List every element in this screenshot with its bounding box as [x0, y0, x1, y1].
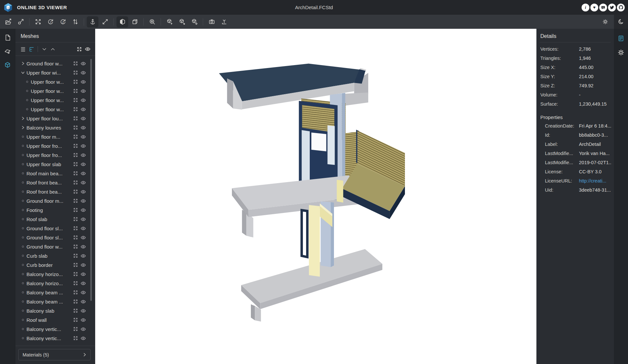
toggle-visibility-button[interactable] — [80, 180, 86, 185]
fit-mesh-button[interactable] — [73, 299, 78, 304]
toggle-visibility-button[interactable] — [80, 253, 86, 259]
settings-panel-button[interactable] — [616, 47, 626, 57]
toggle-visibility-button[interactable] — [80, 262, 86, 268]
mesh-row[interactable]: Upper floor w... — [15, 105, 95, 114]
fit-mesh-button[interactable] — [73, 207, 78, 213]
snapshot-camera-button[interactable] — [206, 16, 218, 27]
mesh-row[interactable]: Ground floor m... — [15, 196, 95, 205]
mesh-row[interactable]: Upper floor w... — [15, 77, 95, 86]
mesh-row[interactable]: Upper floor w... — [15, 86, 95, 95]
details-panel-button[interactable] — [616, 33, 626, 43]
fit-mesh-button[interactable] — [73, 217, 78, 222]
toggle-visibility-button[interactable] — [80, 226, 86, 231]
fit-mesh-button[interactable] — [73, 180, 78, 185]
fit-mesh-button[interactable] — [73, 171, 78, 176]
fit-mesh-button[interactable] — [73, 317, 78, 323]
mesh-list-scrollbar[interactable] — [90, 59, 92, 301]
toggle-visibility-button[interactable] — [80, 281, 86, 286]
toggle-visibility-button[interactable] — [80, 299, 86, 304]
toggle-visibility-button[interactable] — [80, 152, 86, 158]
toggle-visibility-button[interactable] — [80, 290, 86, 295]
brightness-toggle-button[interactable] — [599, 16, 611, 27]
fit-mesh-button[interactable] — [73, 308, 78, 314]
mesh-row[interactable]: Balcony beam ... — [15, 288, 95, 297]
fit-mesh-button[interactable] — [73, 107, 78, 112]
toggle-visibility-button[interactable] — [80, 107, 86, 112]
fit-mesh-button[interactable] — [73, 116, 78, 121]
toggle-visibility-button[interactable] — [80, 336, 86, 341]
collapse-all-button[interactable] — [48, 45, 57, 53]
toggle-visibility-button[interactable] — [80, 171, 86, 176]
show-edges-button[interactable] — [129, 16, 141, 27]
fit-mesh-button[interactable] — [73, 226, 78, 231]
info-icon[interactable]: i — [582, 4, 589, 11]
show-hide-all-button[interactable] — [83, 45, 92, 53]
mesh-row[interactable]: Upper floor fro... — [15, 141, 95, 150]
mesh-row[interactable]: Balcony louvres — [15, 123, 95, 132]
up-direction-y-button[interactable]: Y — [44, 16, 56, 27]
app-logo-icon[interactable] — [3, 3, 13, 12]
expand-chevron-icon[interactable] — [21, 126, 25, 130]
meshes-panel-button[interactable] — [3, 60, 12, 70]
fit-mesh-button[interactable] — [73, 262, 78, 268]
fit-mesh-button[interactable] — [73, 336, 78, 341]
export-model-button[interactable] — [218, 16, 230, 27]
toggle-visibility-button[interactable] — [80, 244, 86, 250]
fit-mesh-button[interactable] — [73, 271, 78, 277]
toggle-visibility-button[interactable] — [80, 198, 86, 204]
fit-mesh-button[interactable] — [73, 70, 78, 76]
files-panel-button[interactable] — [3, 33, 12, 43]
flip-up-vector-button[interactable] — [69, 16, 81, 27]
toggle-visibility-button[interactable] — [80, 125, 86, 130]
expand-all-button[interactable] — [40, 45, 48, 53]
mesh-row[interactable]: Curb border — [15, 260, 95, 269]
fit-mesh-button[interactable] — [73, 235, 78, 240]
fit-mesh-button[interactable] — [73, 125, 78, 130]
mesh-row[interactable]: Roof main bea... — [15, 169, 95, 178]
toggle-visibility-button[interactable] — [80, 235, 86, 240]
github-icon[interactable] — [617, 4, 625, 11]
mesh-row[interactable]: Roof front bea... — [15, 178, 95, 187]
flat-list-button[interactable] — [19, 45, 27, 53]
cube-arrow-button[interactable] — [176, 16, 188, 27]
fit-mesh-button[interactable] — [73, 281, 78, 286]
mesh-row[interactable]: Ground floor w... — [15, 242, 95, 251]
mesh-row[interactable]: Ground floor sl... — [15, 224, 95, 233]
fit-mesh-button[interactable] — [73, 198, 78, 204]
mesh-row[interactable]: Balcony vertic... — [15, 334, 95, 343]
mesh-row[interactable]: Roof wall — [15, 315, 95, 324]
toggle-visibility-button[interactable] — [80, 143, 86, 149]
tree-view-button[interactable] — [27, 45, 36, 53]
up-direction-z-button[interactable]: Z — [57, 16, 69, 27]
expand-chevron-icon[interactable] — [21, 71, 25, 75]
toggle-visibility-button[interactable] — [80, 88, 86, 94]
mesh-row[interactable]: Upper floor lou... — [15, 114, 95, 123]
toggle-visibility-button[interactable] — [80, 162, 86, 167]
heart-icon[interactable]: ♥ — [590, 4, 598, 11]
toggle-visibility-button[interactable] — [80, 61, 86, 66]
mesh-row[interactable]: Upper floor wi... — [15, 68, 95, 77]
open-file-button[interactable] — [2, 16, 14, 27]
toggle-visibility-button[interactable] — [80, 317, 86, 323]
materials-panel-button[interactable] — [3, 46, 12, 56]
toggle-visibility-button[interactable] — [80, 217, 86, 222]
mesh-row[interactable]: Balcony beam ... — [15, 297, 95, 306]
toggle-visibility-button[interactable] — [80, 70, 86, 76]
mesh-row[interactable]: Upper floor m... — [15, 132, 95, 141]
fit-mesh-button[interactable] — [73, 61, 78, 66]
toggle-visibility-button[interactable] — [80, 189, 86, 195]
fit-to-window-button[interactable] — [32, 16, 44, 27]
fit-mesh-button[interactable] — [73, 79, 78, 85]
measure-button[interactable] — [99, 16, 111, 27]
toggle-visibility-button[interactable] — [80, 79, 86, 85]
toggle-visibility-button[interactable] — [80, 134, 86, 140]
fit-mesh-button[interactable] — [73, 244, 78, 250]
fit-mesh-button[interactable] — [73, 162, 78, 167]
mesh-row[interactable]: Balcony slab — [15, 306, 95, 315]
toggle-visibility-button[interactable] — [80, 326, 86, 332]
twitter-icon[interactable] — [608, 4, 616, 11]
zoom-to-meshes-button[interactable] — [146, 16, 158, 27]
mesh-row[interactable]: Footing — [15, 205, 95, 215]
mesh-row[interactable]: Upper floor w... — [15, 95, 95, 105]
expand-chevron-icon[interactable] — [21, 61, 25, 65]
